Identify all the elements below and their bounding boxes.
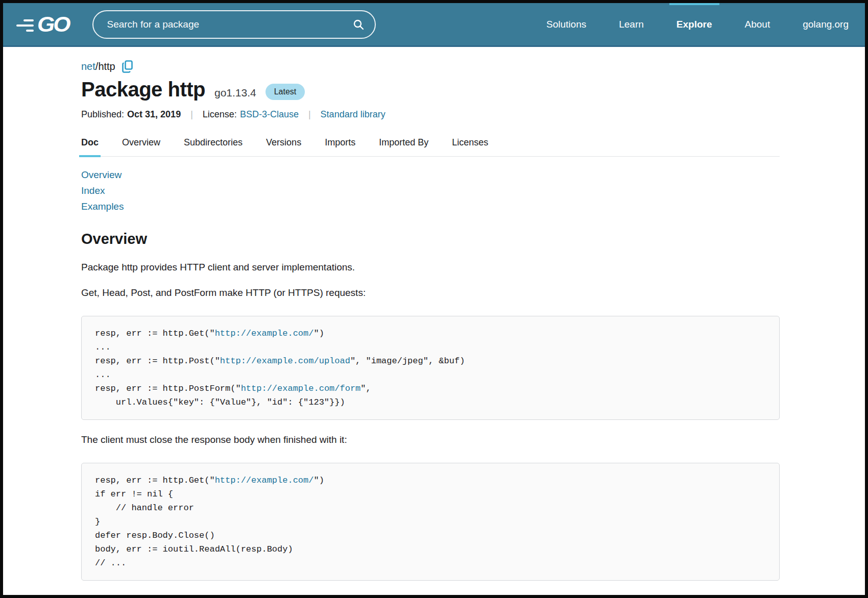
- code-text: ...: [95, 342, 111, 352]
- meta-separator: |: [190, 109, 193, 120]
- tab-versions[interactable]: Versions: [266, 133, 301, 156]
- nav-item-solutions[interactable]: Solutions: [530, 3, 602, 46]
- code-block-response-body: resp, err := http.Get("http://example.co…: [81, 463, 780, 581]
- tab-imported-by[interactable]: Imported By: [379, 133, 428, 156]
- overview-heading: Overview: [81, 231, 780, 247]
- tab-overview[interactable]: Overview: [122, 133, 160, 156]
- breadcrumb: net / http: [81, 60, 780, 73]
- main-content: net / http Package http go1.13.4 Latest …: [3, 47, 865, 581]
- license-label: License:: [203, 109, 237, 120]
- meta-separator: |: [308, 109, 311, 120]
- code-text: // ...: [95, 558, 126, 568]
- doc-tabs: DocOverviewSubdirectoriesVersionsImports…: [81, 133, 780, 157]
- nav-item-golang-org[interactable]: golang.org: [786, 3, 852, 46]
- breadcrumb-link-net[interactable]: net: [81, 61, 95, 72]
- code-line: // ...: [95, 556, 766, 570]
- code-text: defer resp.Body.Close(): [95, 531, 215, 540]
- code-text: ...: [95, 370, 111, 380]
- code-text: resp, err := http.Post(": [95, 356, 220, 366]
- page-title: Package http: [81, 78, 205, 101]
- code-text: "): [314, 329, 324, 338]
- code-text: ",: [360, 384, 371, 393]
- code-line: resp, err := http.Get("http://example.co…: [95, 327, 766, 340]
- browser-page: GO SolutionsLearnExploreAboutgolang.org …: [0, 0, 868, 598]
- quicklink-examples[interactable]: Examples: [81, 198, 124, 214]
- overview-paragraph-1: Package http provides HTTP client and se…: [81, 262, 780, 273]
- code-line: ...: [95, 368, 766, 382]
- published-label: Published:: [81, 109, 124, 120]
- search-box: [92, 10, 376, 39]
- code-text: ", "image/jpeg", &buf): [350, 356, 465, 366]
- code-url-link[interactable]: http://example.com/form: [241, 384, 361, 393]
- code-url-link[interactable]: http://example.com/: [215, 476, 314, 485]
- code-url-link[interactable]: http://example.com/: [215, 329, 314, 338]
- code-text: "): [314, 476, 324, 485]
- tab-doc[interactable]: Doc: [81, 133, 99, 156]
- code-line: resp, err := http.Post("http://example.c…: [95, 354, 766, 368]
- code-text: resp, err := http.Get(": [95, 329, 215, 338]
- search-input[interactable]: [92, 10, 376, 39]
- go-logo-speed-lines-icon: [16, 19, 34, 32]
- package-version: go1.13.4: [214, 87, 256, 99]
- published-date: Oct 31, 2019: [127, 109, 181, 120]
- code-text: }: [95, 517, 100, 527]
- tab-imports[interactable]: Imports: [325, 133, 355, 156]
- nav-item-about[interactable]: About: [729, 3, 787, 46]
- quicklink-overview[interactable]: Overview: [81, 167, 122, 183]
- nav-item-learn[interactable]: Learn: [602, 3, 660, 46]
- tab-subdirectories[interactable]: Subdirectories: [184, 133, 243, 156]
- go-logo-text: GO: [37, 14, 69, 35]
- code-text: url.Values{"key": {"Value"}, "id": {"123…: [95, 397, 345, 407]
- code-line: if err != nil {: [95, 487, 766, 501]
- quicklink-index[interactable]: Index: [81, 183, 105, 198]
- site-header: GO SolutionsLearnExploreAboutgolang.org: [3, 3, 865, 47]
- code-line: url.Values{"key": {"Value"}, "id": {"123…: [95, 395, 766, 409]
- code-url-link[interactable]: http://example.com/upload: [220, 356, 350, 366]
- code-line: resp, err := http.PostForm("http://examp…: [95, 382, 766, 395]
- tab-licenses[interactable]: Licenses: [452, 133, 488, 156]
- code-line: defer resp.Body.Close(): [95, 529, 766, 542]
- title-row: Package http go1.13.4 Latest: [81, 78, 780, 101]
- go-logo[interactable]: GO: [16, 13, 69, 36]
- search-icon[interactable]: [352, 18, 365, 31]
- code-block-requests: resp, err := http.Get("http://example.co…: [81, 316, 780, 420]
- overview-paragraph-2: Get, Head, Post, and PostForm make HTTP …: [81, 287, 780, 298]
- code-line: resp, err := http.Get("http://example.co…: [95, 474, 766, 487]
- doc-quick-links: OverviewIndexExamples: [81, 167, 780, 214]
- standard-library-link[interactable]: Standard library: [321, 109, 385, 120]
- code-text: // handle error: [95, 503, 194, 513]
- latest-badge[interactable]: Latest: [266, 84, 305, 100]
- code-line: }: [95, 515, 766, 529]
- license-link[interactable]: BSD-3-Clause: [240, 109, 299, 120]
- code-line: ...: [95, 340, 766, 354]
- header-nav: SolutionsLearnExploreAboutgolang.org: [530, 3, 852, 46]
- code-text: resp, err := http.PostForm(": [95, 384, 241, 393]
- code-line: body, err := ioutil.ReadAll(resp.Body): [95, 542, 766, 556]
- copy-path-icon[interactable]: [122, 60, 133, 73]
- nav-item-explore[interactable]: Explore: [660, 3, 729, 46]
- code-line: // handle error: [95, 501, 766, 515]
- code-text: if err != nil {: [95, 489, 173, 499]
- meta-row: Published: Oct 31, 2019 | License: BSD-3…: [81, 109, 780, 120]
- overview-paragraph-3: The client must close the response body …: [81, 434, 780, 445]
- breadcrumb-current: http: [98, 61, 115, 72]
- code-text: resp, err := http.Get(": [95, 476, 215, 485]
- code-text: body, err := ioutil.ReadAll(resp.Body): [95, 544, 293, 554]
